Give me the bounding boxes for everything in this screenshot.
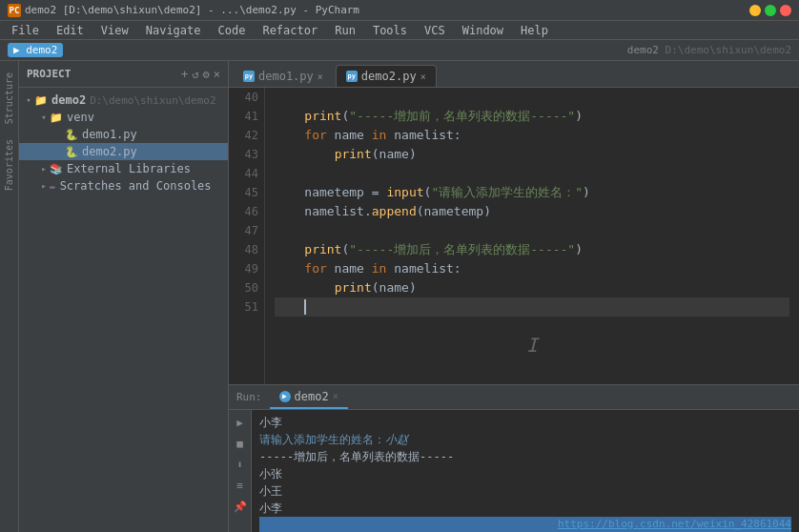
expand-arrow-venv: ▾ xyxy=(38,113,50,122)
project-tab-header[interactable]: ▶ demo2 xyxy=(8,43,63,57)
tree-label-demo1py: demo1.py xyxy=(82,128,137,141)
title-bar: PC demo2 [D:\demo\shixun\demo2] - ...\de… xyxy=(0,0,799,21)
tree-label-demo2: demo2 xyxy=(51,93,86,107)
menu-window[interactable]: Window xyxy=(455,22,511,39)
bottom-tab-bar: Run: ▶ demo2 × xyxy=(229,385,799,410)
run-controls: ▶ ■ ⬇ ≡ 📌 xyxy=(229,410,252,532)
code-line-47 xyxy=(275,221,789,240)
code-line-51 xyxy=(275,297,789,317)
expand-arrow-scratches: ▸ xyxy=(38,181,50,191)
code-line-45: nametemp = input("请输入添加学生的姓名：") xyxy=(275,183,789,202)
tab-demo2py[interactable]: py demo2.py × xyxy=(336,65,437,87)
tree-item-venv[interactable]: ▾ 📁 venv xyxy=(19,109,228,126)
folder-icon-demo2: 📁 xyxy=(34,94,48,107)
tree-label-venv: venv xyxy=(67,111,94,124)
project-path-label: D:\demo\shixun\demo2 xyxy=(90,94,215,107)
bottom-panel: Run: ▶ demo2 × ▶ ■ ⬇ ≡ 📌 xyxy=(229,384,799,532)
favorites-tab[interactable]: Favorites xyxy=(2,132,16,198)
tab-close-demo2[interactable]: × xyxy=(420,72,426,82)
sidebar-settings-btn[interactable]: ⚙ xyxy=(203,68,210,81)
code-editor[interactable]: print("-----增加前，名单列表的数据-----") for name … xyxy=(265,88,799,384)
project-tree: ▾ 📁 demo2 D:\demo\shixun\demo2 ▾ 📁 venv … xyxy=(19,88,228,532)
menu-file[interactable]: File xyxy=(4,22,47,39)
tree-label-external-libs: External Libraries xyxy=(67,162,191,175)
console-line-5: 小王 xyxy=(259,482,791,500)
console-output[interactable]: 小李 请输入添加学生的姓名：小赵 -----增加后，名单列表的数据----- 小… xyxy=(252,410,799,532)
tab-label-demo2: demo2.py xyxy=(361,70,417,83)
code-line-50: print(name) xyxy=(275,278,789,297)
watermark-url[interactable]: https://blog.csdn.net/weixin_42861044 xyxy=(558,518,791,530)
py-tab-icon-2: py xyxy=(346,71,358,82)
lib-icon-external: 📚 xyxy=(50,163,63,175)
maximize-button[interactable] xyxy=(765,5,776,16)
menu-run[interactable]: Run xyxy=(327,22,363,39)
title-bar-left: PC demo2 [D:\demo\shixun\demo2] - ...\de… xyxy=(8,4,359,17)
settings-run-btn[interactable]: ≡ xyxy=(232,477,249,494)
menu-view[interactable]: View xyxy=(93,22,136,39)
editor-empty-space: I xyxy=(275,317,789,374)
tab-demo1py[interactable]: py demo1.py × xyxy=(233,65,334,87)
sidebar-actions: + ↺ ⚙ × xyxy=(181,68,220,81)
user-input-value: 小赵 xyxy=(385,433,408,446)
menu-refactor[interactable]: Refactor xyxy=(255,22,325,39)
menu-edit[interactable]: Edit xyxy=(49,22,92,39)
run-tab-close-btn[interactable]: × xyxy=(333,391,338,401)
console-line-4: 小张 xyxy=(259,465,791,482)
code-line-44 xyxy=(275,164,789,183)
minimize-button[interactable] xyxy=(749,5,761,16)
rerun-button[interactable]: ▶ xyxy=(232,414,249,431)
text-cursor xyxy=(304,299,306,315)
app-icon: PC xyxy=(8,4,21,17)
menu-bar: File Edit View Navigate Code Refactor Ru… xyxy=(0,21,799,40)
code-line-42: for name in namelist: xyxy=(275,126,789,145)
sidebar-sync-btn[interactable]: ↺ xyxy=(192,68,198,81)
editor-area: py demo1.py × py demo2.py × 40 41 42 43 … xyxy=(229,61,799,532)
run-tab-icon: ▶ xyxy=(279,391,291,402)
py-icon-demo2: 🐍 xyxy=(65,146,78,158)
console-line-6: 小李 xyxy=(259,500,791,517)
sidebar-header: Project + ↺ ⚙ × xyxy=(19,61,228,88)
menu-vcs[interactable]: VCS xyxy=(417,22,453,39)
tree-item-external-libs[interactable]: ▸ 📚 External Libraries xyxy=(19,160,228,177)
folder-icon-venv: 📁 xyxy=(50,112,63,124)
tree-item-scratches[interactable]: ▸ ✏️ Scratches and Consoles xyxy=(19,177,228,194)
run-tab-label: demo2 xyxy=(295,390,329,403)
line-numbers: 40 41 42 43 44 45 46 47 48 49 50 51 xyxy=(229,88,265,384)
expand-arrow-extlibs: ▸ xyxy=(38,164,50,174)
menu-code[interactable]: Code xyxy=(211,22,254,39)
code-line-48: print("-----增加后，名单列表的数据-----") xyxy=(275,240,789,259)
console-line-1: 小李 xyxy=(259,414,791,431)
tab-close-demo1[interactable]: × xyxy=(318,72,323,82)
run-label: Run: xyxy=(236,391,262,403)
menu-navigate[interactable]: Navigate xyxy=(138,22,209,39)
sidebar-add-btn[interactable]: + xyxy=(181,68,188,81)
close-button[interactable] xyxy=(780,5,791,16)
editor-tab-bar: py demo1.py × py demo2.py × xyxy=(229,61,799,88)
tree-item-demo2-file[interactable]: 🐍 demo2.py xyxy=(19,143,228,160)
run-tab-demo2[interactable]: ▶ demo2 × xyxy=(270,386,348,409)
expand-arrow-demo2: ▾ xyxy=(23,95,34,105)
structure-tab[interactable]: Structure xyxy=(2,65,16,132)
editor-main[interactable]: 40 41 42 43 44 45 46 47 48 49 50 51 xyxy=(229,88,799,384)
menu-help[interactable]: Help xyxy=(513,22,556,39)
sidebar-title: Project xyxy=(27,68,71,80)
scratch-icon: ✏️ xyxy=(50,180,56,193)
tree-item-demo2-root[interactable]: ▾ 📁 demo2 D:\demo\shixun\demo2 xyxy=(19,92,228,109)
tree-label-demo2py: demo2.py xyxy=(82,145,137,158)
scroll-down-btn[interactable]: ⬇ xyxy=(232,456,249,473)
code-line-46: namelist.append(nametemp) xyxy=(275,202,789,221)
demo2-file-path: demo2 D:\demo\shixun\demo2 xyxy=(627,44,791,56)
tab-label-demo1: demo1.py xyxy=(258,70,314,83)
stop-button[interactable]: ■ xyxy=(232,435,249,452)
tree-item-demo1[interactable]: 🐍 demo1.py xyxy=(19,126,228,143)
sidebar-close-btn[interactable]: × xyxy=(214,68,220,81)
window-controls[interactable] xyxy=(749,5,791,16)
code-line-40 xyxy=(275,88,789,107)
py-icon-demo1: 🐍 xyxy=(65,129,78,141)
window-title: demo2 [D:\demo\shixun\demo2] - ...\demo2… xyxy=(25,4,359,16)
code-line-43: print(name) xyxy=(275,145,789,164)
code-line-49: for name in namelist: xyxy=(275,259,789,278)
menu-tools[interactable]: Tools xyxy=(365,22,415,39)
pin-btn[interactable]: 📌 xyxy=(232,498,249,515)
code-line-41: print("-----增加前，名单列表的数据-----") xyxy=(275,107,789,126)
